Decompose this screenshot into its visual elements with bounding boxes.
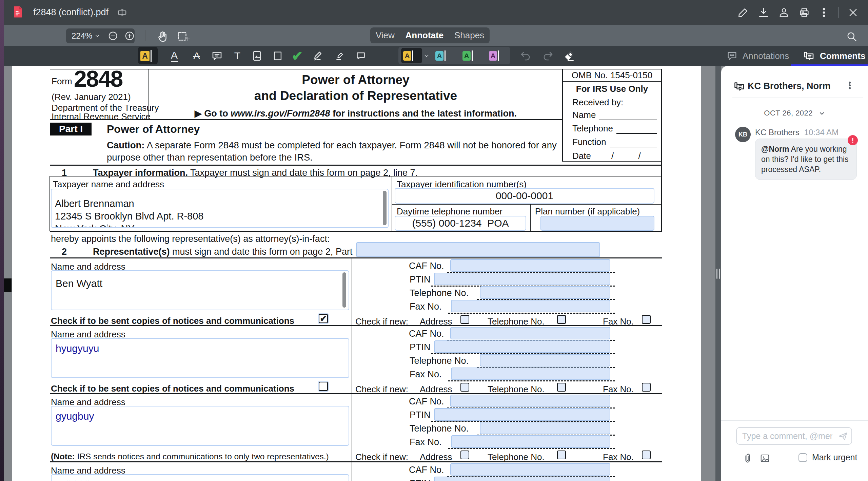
rep3-new-fax-checkbox[interactable] [642, 451, 651, 459]
strikethrough-tool-icon[interactable]: A [191, 47, 203, 65]
panel-resize-handle[interactable] [716, 269, 717, 279]
rep4-caf-field[interactable] [450, 463, 610, 476]
panel-resize-handle[interactable] [719, 269, 720, 279]
mark-urgent-checkbox[interactable] [798, 453, 807, 462]
rep3-ptin-field[interactable] [434, 408, 610, 421]
more-options-icon[interactable] [816, 5, 831, 20]
rep3-new-address-checkbox[interactable] [460, 451, 469, 459]
rep2-ptin-field[interactable] [434, 340, 610, 353]
note-tool-icon[interactable] [211, 47, 223, 65]
plan-field[interactable] [540, 216, 654, 231]
rep3-telephone-field[interactable] [480, 422, 610, 434]
zoom-chevron-icon[interactable] [94, 33, 100, 39]
tab-annotations[interactable]: Annotations [726, 47, 789, 65]
rep2-name-field[interactable]: hyugyuyu [51, 338, 349, 378]
phone-field[interactable]: (555) 000-1234 POA [395, 216, 526, 231]
rep1-field-scrollbar[interactable] [342, 272, 346, 308]
initials-tool-icon[interactable] [334, 47, 346, 65]
rep4-ptin-field[interactable] [434, 477, 610, 481]
taxpayer-field-scrollbar[interactable] [383, 191, 387, 225]
checkmark-stamp-icon[interactable]: ✔ [292, 47, 303, 65]
rep3-name-field[interactable]: gyugbuy [51, 406, 349, 446]
rep1-ptin-field[interactable] [434, 273, 610, 285]
rep2-new-telephone-checkbox[interactable] [557, 383, 566, 392]
copies-label: Check if to be sent copies of notices an… [51, 383, 294, 394]
representative-section-2: Name and address hyugyuyu Check if to be… [50, 325, 662, 394]
rep4-name-field[interactable]: gvibbkike [51, 474, 349, 481]
color-yellow-icon[interactable]: A [403, 47, 413, 65]
rep2-new-address-checkbox[interactable] [460, 383, 469, 392]
image-tool-icon[interactable] [251, 47, 263, 65]
comment-bubble[interactable]: @Norm Are you working on this? I'd like … [755, 139, 857, 180]
caf-label: CAF No. [409, 261, 444, 271]
hand-tool-icon[interactable] [157, 28, 169, 45]
telephone-label: Telephone No. [410, 288, 469, 298]
line1-text: Taxpayer information. Taxpayer must sign… [93, 168, 418, 178]
color-green-icon[interactable]: A [462, 47, 473, 65]
rep1-new-telephone-checkbox[interactable] [557, 315, 566, 324]
color-cyan-icon[interactable]: A [435, 47, 446, 65]
close-icon[interactable] [846, 5, 861, 20]
rep1-fax-field[interactable] [451, 300, 610, 312]
attach-image-icon[interactable] [759, 453, 771, 463]
send-icon[interactable] [838, 431, 848, 441]
rep3-fax-field[interactable] [451, 435, 610, 448]
rep3-caf-field[interactable] [450, 395, 610, 407]
taxpayer-name-field[interactable]: Albert Brennaman 12345 S Brooklyn Blvd A… [51, 189, 389, 228]
rep1-new-fax-checkbox[interactable] [642, 315, 651, 324]
rep1-caf-field[interactable] [450, 259, 610, 272]
copies-label: Check if to be sent copies of notices an… [51, 316, 294, 326]
attach-file-icon[interactable] [742, 452, 753, 464]
zoom-level[interactable]: 224% [72, 31, 92, 41]
eraser-icon[interactable] [564, 47, 576, 65]
zoom-controls: 224% [66, 28, 135, 43]
fax-label: Fax No. [410, 437, 442, 447]
caf-label: CAF No. [409, 465, 444, 475]
rep2-telephone-field[interactable] [480, 354, 610, 367]
print-icon[interactable] [797, 5, 812, 20]
rep2-copies-checkbox[interactable] [319, 382, 328, 391]
rep1-name-field[interactable]: Ben Wyatt [51, 270, 349, 310]
rep2-new-fax-checkbox[interactable] [642, 383, 651, 392]
underline-tool-icon[interactable]: A [168, 47, 180, 65]
urgent-badge-icon: ! [848, 135, 858, 145]
tin-field[interactable]: 000-00-0001 [395, 188, 654, 204]
rep1-telephone-field[interactable] [480, 286, 610, 299]
rep1-new-address-checkbox[interactable] [460, 315, 469, 324]
text-tool-icon[interactable]: T [231, 47, 243, 65]
callout-tool-icon[interactable] [355, 47, 367, 65]
check-new-fax-label: Fax No. [603, 452, 634, 462]
line2-field[interactable] [356, 242, 600, 257]
download-icon[interactable] [756, 5, 771, 20]
comment-input[interactable] [736, 427, 852, 445]
tab-comments[interactable]: Comments [803, 47, 865, 65]
rename-icon[interactable] [117, 7, 127, 18]
zoom-out-icon[interactable] [108, 30, 118, 42]
redo-icon[interactable] [542, 47, 554, 65]
rep3-new-telephone-checkbox[interactable] [557, 451, 566, 459]
undo-icon[interactable] [519, 47, 532, 65]
rep2-caf-field[interactable] [450, 327, 610, 339]
check-new-address-label: Address [420, 452, 452, 462]
tab-shapes[interactable]: Shapes [454, 30, 484, 41]
rep1-copies-checkbox[interactable]: ✔ [319, 314, 328, 323]
edit-icon[interactable] [736, 5, 751, 20]
user-icon[interactable] [776, 5, 791, 20]
tab-view[interactable]: View [376, 30, 395, 41]
rectangle-tool-icon[interactable] [272, 47, 283, 65]
thread-options-icon[interactable] [845, 80, 855, 90]
comment-date-group[interactable]: OCT 26, 2022 [721, 109, 868, 118]
taxpayer-name-line1: Albert Brennaman [55, 197, 384, 210]
rep2-fax-field[interactable] [451, 368, 610, 380]
signature-tool-icon[interactable] [313, 47, 325, 65]
select-area-icon[interactable] [176, 28, 191, 45]
avatar: KB [735, 127, 751, 142]
input-divider [721, 420, 868, 421]
color-purple-icon[interactable]: A [489, 47, 499, 65]
comment-time: 10:34 AM [804, 128, 839, 137]
tab-annotate[interactable]: Annotate [406, 30, 444, 41]
search-icon[interactable] [846, 28, 858, 45]
zoom-in-icon[interactable] [124, 30, 135, 42]
highlight-text-tool-icon[interactable]: A [140, 47, 152, 65]
color-dropdown-chevron-icon[interactable] [423, 47, 430, 65]
